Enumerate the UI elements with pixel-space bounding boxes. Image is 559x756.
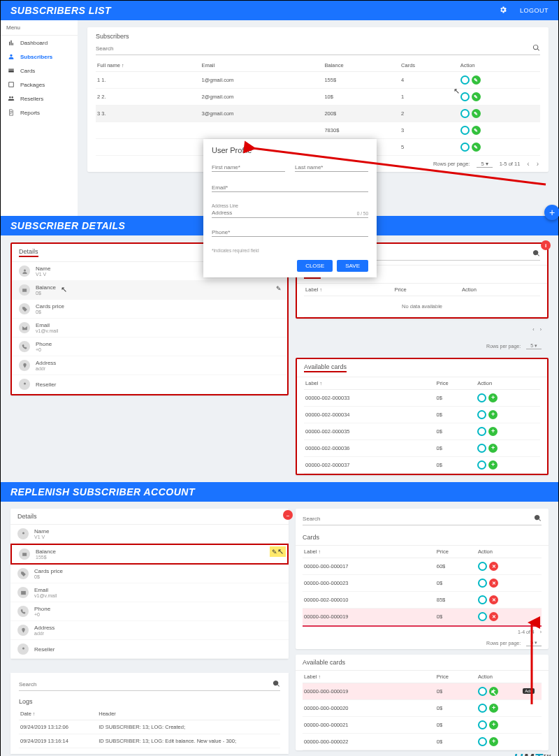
view-icon[interactable] [477,427,486,436]
logout-link[interactable]: LOGOUT [520,7,549,14]
sidebar-item-dashboard[interactable]: Dashboard [1,36,78,50]
banner-title: SUBSCRIBERS LIST [10,5,111,16]
sidebar-item-packages[interactable]: Packages [1,78,78,92]
sidebar-item-resellers[interactable]: Resellers [1,92,78,106]
details-card: – Details NameV1 V Balance155$✎↖ Cards p… [10,509,289,659]
remove-icon[interactable] [489,595,498,604]
section-banner-subscribers-list: SUBSCRIBERS LIST LOGOUT [1,1,558,20]
table-row: 09/24/2019 13:16:14ID SUBSCRIBER: 13; LO… [19,734,280,748]
view-icon[interactable] [477,460,486,470]
cursor-icon: ↖ [61,285,67,294]
table-row: 00000-000-0000220$ [303,734,542,750]
table-row: 00000-002-00001085$ [303,592,542,609]
table-row: 00000-000-00001760$ [303,558,542,575]
view-icon[interactable] [477,444,486,453]
required-note: *indicates required field [212,248,368,253]
col-email[interactable]: Email [200,59,323,72]
group-icon [8,95,15,102]
view-icon[interactable] [478,612,487,621]
logs-search-input[interactable] [19,681,273,688]
col-balance[interactable]: Balance [323,59,400,72]
add-icon[interactable] [489,720,498,729]
edit-icon[interactable] [472,75,481,85]
search-bar[interactable] [96,43,540,55]
tag-icon [17,568,29,579]
sidebar-item-cards[interactable]: Cards [1,64,78,78]
add-icon[interactable] [489,704,498,713]
sidebar: Menu Dashboard Subscribers Cards Package… [1,20,78,216]
pager-prev[interactable]: ‹ [532,327,534,332]
search-input[interactable] [96,45,532,52]
add-icon[interactable] [488,444,498,453]
sidebar-item-reports[interactable]: Reports [1,106,78,119]
search-input[interactable] [303,516,534,522]
edit-icon[interactable]: ✎↖ [270,546,286,557]
table-row: 00000-000-0000210$ [303,717,542,734]
annotation-arrow [525,617,539,708]
table-row: 00000-002-0000370$ [304,457,540,474]
available-cards-card: Available cards LabelPriceAction 00000-0… [296,358,549,475]
table-row: 00000-000-0000190$↖ [303,683,542,700]
add-icon[interactable] [489,737,498,746]
table-row: 1 1.1@gmail.com155$4 [96,72,540,89]
view-icon[interactable] [478,720,487,729]
view-icon[interactable] [460,92,470,101]
view-icon[interactable] [478,737,487,746]
table-row: 00000-000-0000230$ [303,575,542,592]
col-cards[interactable]: Cards [400,59,459,72]
sidebar-item-subscribers[interactable]: Subscribers [1,50,78,64]
banner-title: SUBSCRIBER DETAILS [10,220,125,231]
view-icon[interactable] [460,75,470,85]
add-icon[interactable] [488,393,498,402]
table-row: 00000-002-0000330$ [304,390,540,407]
save-button[interactable]: SAVE [337,260,368,272]
search-icon[interactable] [532,44,540,53]
person-icon [19,266,30,277]
add-icon[interactable] [488,427,498,436]
remove-icon[interactable] [489,579,498,588]
view-icon[interactable] [478,687,487,696]
edit-icon[interactable] [472,92,481,101]
box-icon [8,81,15,88]
col-action: Action [459,59,540,72]
banner-title: REPLENISH SUBSCRIBER ACCOUNT [10,486,195,497]
col-fullname[interactable]: Full name [96,59,200,72]
add-icon[interactable] [488,460,498,470]
search-icon[interactable] [273,680,280,689]
view-icon[interactable] [478,579,487,588]
view-icon[interactable] [478,704,487,713]
edit-icon[interactable]: ✎ [276,285,282,292]
fab-add[interactable]: + [544,205,559,220]
add-icon[interactable]: ↖ [489,687,498,696]
close-icon[interactable]: i [541,240,551,250]
pager-next[interactable]: › [540,630,542,634]
pager-next[interactable]: › [540,327,542,332]
tag-icon [19,303,30,314]
close-button[interactable]: CLOSE [297,260,333,272]
search-icon[interactable] [532,249,540,259]
doc-icon [8,109,15,116]
search-icon[interactable] [534,514,542,523]
remove-icon[interactable] [489,562,498,571]
add-icon[interactable] [488,410,498,419]
annotation-arrow [245,143,553,198]
remove-icon[interactable] [489,612,498,621]
view-icon[interactable] [460,109,470,118]
table-row: 09/24/2019 13:12:06ID SUBSCRIBER: 13; LO… [19,720,280,734]
phone-icon [19,341,30,352]
bars-icon [8,39,15,46]
view-icon[interactable] [477,410,486,419]
address-label: Address Line [212,203,368,208]
view-icon[interactable] [460,126,470,135]
rows-per-page-select[interactable]: 5 ▾ [526,343,542,349]
view-icon[interactable] [478,562,487,571]
address-field[interactable] [212,210,357,216]
table-row: 7830$3 [96,122,540,139]
view-icon[interactable] [477,393,486,402]
edit-icon[interactable] [472,126,481,135]
phone-field[interactable] [212,229,368,235]
edit-icon[interactable] [472,109,481,118]
view-icon[interactable] [478,595,487,604]
close-icon[interactable]: – [283,510,293,520]
gear-icon[interactable] [499,6,507,15]
